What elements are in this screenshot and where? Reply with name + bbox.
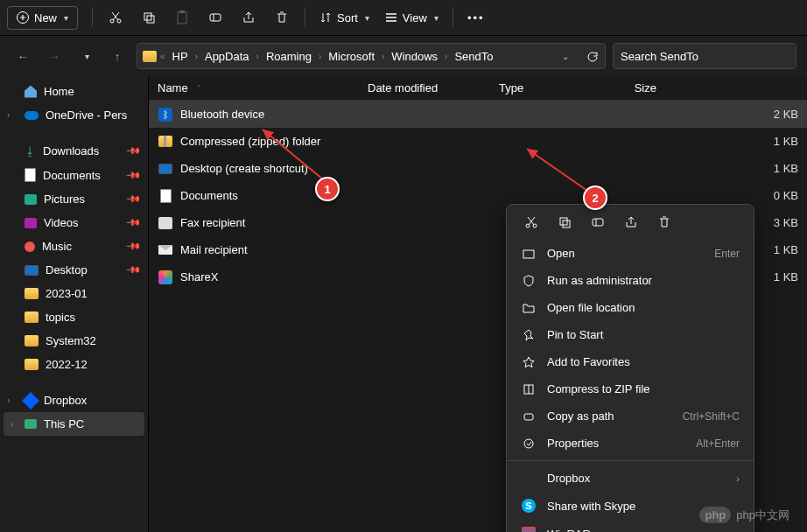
breadcrumb-segment[interactable]: Microsoft — [325, 48, 378, 65]
file-row[interactable]: ᛒBluetooth device2 KB — [149, 101, 807, 128]
address-bar-row: ← → ▾ ↑ « HP› AppData› Roaming› Microsof… — [0, 36, 807, 76]
chevron-down-icon[interactable]: ⌄ — [562, 52, 569, 61]
sidebar-thispc[interactable]: ›This PC — [4, 412, 144, 436]
ctx-pin[interactable]: Pin to Start — [507, 321, 754, 348]
sidebar-dropbox[interactable]: ›Dropbox — [0, 388, 148, 412]
pin-icon: 📌 — [124, 191, 141, 207]
sidebar-downloads[interactable]: ⭳Downloads📌 — [0, 139, 148, 163]
separator — [507, 460, 754, 461]
rename-button[interactable] — [589, 214, 607, 231]
cloud-icon — [25, 111, 39, 120]
sidebar-folder[interactable]: System32 — [0, 329, 148, 353]
ctx-copy-path[interactable]: Copy as pathCtrl+Shift+C — [507, 402, 754, 430]
chevron-down-icon: ▾ — [365, 13, 369, 23]
pc-icon — [25, 419, 37, 429]
sidebar-documents[interactable]: Documents📌 — [0, 163, 148, 187]
sidebar-music[interactable]: Music📌 — [0, 234, 148, 258]
document-icon — [25, 168, 36, 182]
breadcrumb-segment[interactable]: Windows — [388, 48, 441, 65]
sidebar-folder[interactable]: 2022-12 — [0, 353, 148, 376]
breadcrumb-segment[interactable]: AppData — [201, 48, 253, 65]
sidebar-pictures[interactable]: Pictures📌 — [0, 187, 148, 211]
share-button[interactable] — [233, 4, 264, 32]
file-row[interactable]: Desktop (create shortcut)1 KB — [149, 155, 807, 182]
sort-button[interactable]: Sort ▾ — [312, 8, 376, 28]
folder-icon — [143, 51, 157, 62]
bluetooth-icon: ᛒ — [158, 108, 172, 122]
file-list-area: Name˄ Date modified Type Size ᛒBluetooth… — [149, 76, 807, 532]
sidebar-home[interactable]: Home — [0, 80, 148, 103]
separator — [453, 8, 453, 27]
column-headers: Name˄ Date modified Type Size — [149, 76, 807, 101]
back-button[interactable]: ← — [11, 44, 35, 68]
sidebar-folder[interactable]: 2023-01 — [0, 282, 148, 305]
shield-icon — [521, 275, 537, 287]
more-button[interactable]: ••• — [460, 4, 492, 32]
copy-button[interactable] — [133, 4, 165, 32]
chevron-down-icon: ▾ — [434, 13, 439, 23]
copy-button[interactable] — [556, 214, 573, 231]
pin-icon: 📌 — [124, 166, 141, 183]
sharex-icon — [158, 270, 172, 284]
svg-point-16 — [524, 439, 533, 448]
sidebar-desktop[interactable]: Desktop📌 — [0, 258, 148, 282]
breadcrumb[interactable]: « HP› AppData› Roaming› Microsoft› Windo… — [137, 43, 606, 69]
chevron-right-icon: › — [736, 528, 740, 532]
separator — [305, 8, 305, 27]
rename-button[interactable] — [200, 4, 231, 32]
zip-icon — [521, 383, 537, 396]
svg-rect-13 — [523, 250, 534, 258]
svg-rect-6 — [179, 10, 185, 13]
svg-rect-7 — [210, 14, 221, 21]
breadcrumb-segment[interactable]: Roaming — [263, 48, 315, 65]
share-button[interactable] — [622, 214, 640, 231]
up-button[interactable]: ↑ — [105, 44, 130, 68]
recent-button[interactable]: ▾ — [74, 44, 98, 68]
sidebar-onedrive[interactable]: ›OneDrive - Pers — [0, 103, 148, 127]
chevron-down-icon: ▾ — [64, 13, 68, 23]
cut-button[interactable] — [100, 4, 131, 32]
chevron-icon: « — [160, 52, 165, 61]
context-menu: OpenEnter Run as administrator Open file… — [506, 204, 754, 532]
svg-rect-12 — [593, 219, 603, 226]
column-size[interactable]: Size — [595, 81, 656, 94]
ctx-compress[interactable]: Compress to ZIP file — [507, 375, 754, 402]
chevron-right-icon: › — [7, 110, 10, 120]
paste-button[interactable] — [166, 4, 198, 32]
ctx-properties[interactable]: PropertiesAlt+Enter — [507, 430, 754, 457]
annotation-callout-1: 1 — [315, 177, 340, 201]
search-input[interactable]: Search SendTo — [613, 43, 796, 69]
ctx-open-location[interactable]: Open file location — [507, 294, 754, 321]
column-name[interactable]: Name˄ — [158, 81, 368, 94]
sort-indicator-icon: ˄ — [197, 84, 201, 93]
file-row[interactable]: Compressed (zipped) folder1 KB — [149, 128, 807, 155]
svg-rect-3 — [144, 13, 151, 20]
pin-icon: 📌 — [124, 262, 141, 278]
view-button[interactable]: View ▾ — [378, 8, 446, 28]
refresh-button[interactable] — [586, 50, 600, 63]
pin-icon: 📌 — [124, 238, 141, 255]
ctx-favorites[interactable]: Add to Favorites — [507, 348, 754, 375]
delete-button[interactable] — [266, 4, 298, 32]
search-placeholder: Search SendTo — [621, 50, 698, 63]
cut-button[interactable] — [523, 214, 540, 231]
path-icon — [521, 410, 537, 423]
breadcrumb-segment[interactable]: HP — [169, 48, 192, 65]
sidebar-folder[interactable]: topics — [0, 305, 148, 329]
ctx-dropbox[interactable]: Dropbox› — [507, 465, 754, 492]
pictures-icon — [25, 194, 37, 205]
column-date[interactable]: Date modified — [368, 81, 499, 94]
breadcrumb-segment[interactable]: SendTo — [451, 48, 496, 65]
ctx-run-admin[interactable]: Run as administrator — [507, 267, 754, 294]
new-button[interactable]: New ▾ — [7, 6, 78, 30]
videos-icon — [25, 218, 37, 228]
ctx-open[interactable]: OpenEnter — [507, 240, 754, 267]
column-type[interactable]: Type — [499, 81, 595, 94]
zip-icon — [158, 136, 172, 147]
forward-button[interactable]: → — [42, 44, 67, 68]
delete-button[interactable] — [656, 214, 673, 231]
sidebar-videos[interactable]: Videos📌 — [0, 211, 148, 234]
mail-icon — [158, 245, 172, 255]
pin-icon — [521, 329, 537, 341]
view-icon — [385, 12, 397, 23]
